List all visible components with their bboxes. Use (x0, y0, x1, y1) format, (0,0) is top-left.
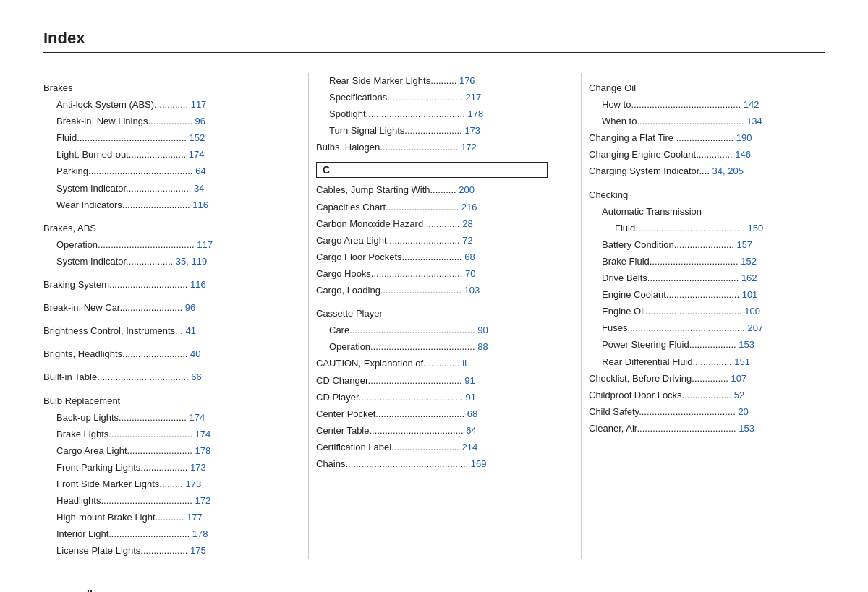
list-item: How to..................................… (589, 97, 825, 113)
footer-page-number: II (87, 588, 93, 592)
list-item: Specifications..........................… (316, 90, 552, 106)
list-item: Center Pocket...........................… (316, 406, 552, 422)
list-item: Break-in, New Linings................. 9… (43, 113, 279, 129)
section-cassette-player: Cassette Player (316, 306, 552, 322)
section-brakes: Brakes (43, 80, 279, 96)
column-1: Brakes Anti-lock System (ABS)...........… (43, 73, 301, 559)
section-builtin-table: Built-in Table..........................… (43, 369, 279, 385)
section-c-header: C (316, 162, 548, 178)
list-item: Cargo, Loading..........................… (316, 283, 552, 299)
list-item-childproof: Childproof Door Locks...................… (589, 387, 825, 403)
list-item: Interior Light..........................… (43, 526, 279, 542)
list-item: Cargo Area Light........................… (43, 443, 279, 459)
list-item: Front Parking Lights.................. 1… (43, 460, 279, 476)
list-item: Child Safety............................… (589, 404, 825, 420)
list-item: Operation...............................… (316, 339, 552, 355)
list-item: Fluid...................................… (43, 130, 279, 146)
list-item: Capacities Chart........................… (316, 200, 552, 215)
list-item: Care....................................… (316, 322, 552, 338)
list-item: Checklist, Before Driving.............. … (589, 371, 825, 387)
list-item: CAUTION, Explanation of.............. ii (316, 356, 552, 372)
list-item: Parking.................................… (43, 163, 279, 179)
column-2: Rear Side Marker Lights.......... 176 Sp… (316, 73, 574, 473)
list-item: Brake Lights............................… (43, 426, 279, 442)
list-item: Fluid...................................… (589, 220, 825, 236)
list-item: Front Side Marker Lights......... 173 (43, 476, 279, 492)
list-item: License Plate Lights.................. 1… (43, 543, 279, 559)
list-item: Charging System Indicator.... 34, 205 (589, 163, 825, 179)
list-item: Battery Condition.......................… (589, 237, 825, 253)
list-item: Rear Side Marker Lights.......... 176 (316, 73, 552, 89)
list-item: Headlights..............................… (43, 493, 279, 509)
page-title: Index (43, 29, 825, 48)
list-item: Operation...............................… (43, 237, 279, 253)
list-item: Engine Oil..............................… (589, 304, 825, 319)
list-item: When to.................................… (589, 113, 825, 129)
section-break-in: Break-in, New Car.......................… (43, 300, 279, 316)
list-item: Engine Coolant..........................… (589, 287, 825, 303)
list-item: Light, Burned-out...................... … (43, 147, 279, 163)
list-item: System Indicator........................… (43, 181, 279, 197)
list-item: Brake Fluid.............................… (589, 254, 825, 270)
section-braking-system: Braking System..........................… (43, 277, 279, 293)
list-item: Bulbs, Halogen..........................… (316, 140, 552, 155)
section-brights: Brights, Headlights.....................… (43, 346, 279, 362)
list-item: Spotlight...............................… (316, 106, 552, 122)
list-item: Chains..................................… (316, 456, 552, 472)
list-item: Cargo Floor Pockets.....................… (316, 249, 552, 265)
column-divider-2 (581, 73, 582, 559)
list-item: Wear Indicators.........................… (43, 197, 279, 213)
section-brightness: Brightness Control, Instruments... 41 (43, 323, 279, 339)
list-item-auto-trans: Automatic Transmission (589, 204, 825, 220)
column-divider-1 (308, 73, 309, 559)
section-bulb-replacement: Bulb Replacement (43, 393, 279, 409)
list-item: Cables, Jump Starting With.......... 200 (316, 182, 552, 198)
list-item: Center Table............................… (316, 423, 552, 439)
list-item: Drive Belts.............................… (589, 270, 825, 286)
list-item: System Indicator.................. 35, 1… (43, 254, 279, 270)
list-item: Changing a Flat Tire ...................… (589, 130, 825, 146)
list-item: Turn Signal Lights......................… (316, 123, 552, 139)
list-item: Fuses...................................… (589, 320, 825, 336)
column-3: Change Oil How to.......................… (589, 73, 825, 437)
list-item: Cargo Hooks.............................… (316, 266, 552, 282)
list-item: Cargo Area Light........................… (316, 233, 552, 249)
list-item: Carbon Monoxide Hazard ............. 28 (316, 216, 552, 232)
list-item: Anti-lock System (ABS)............. 117 (43, 97, 279, 113)
list-item: Certification Label.....................… (316, 439, 552, 455)
section-change-oil: Change Oil (589, 80, 825, 96)
list-item: High-mount Brake Light........... 177 (43, 510, 279, 525)
section-brakes-abs: Brakes, ABS (43, 220, 279, 236)
list-item: CD Changer..............................… (316, 373, 552, 389)
list-item: Back-up Lights..........................… (43, 410, 279, 426)
list-item: Cleaner, Air............................… (589, 421, 825, 437)
list-item: Power Steering Fluid.................. 1… (589, 337, 825, 353)
list-item: CD Player...............................… (316, 390, 552, 406)
section-checking: Checking (589, 187, 825, 203)
list-item: Changing Engine Coolant.............. 14… (589, 147, 825, 163)
list-item: Rear Differential Fluid............... 1… (589, 354, 825, 370)
